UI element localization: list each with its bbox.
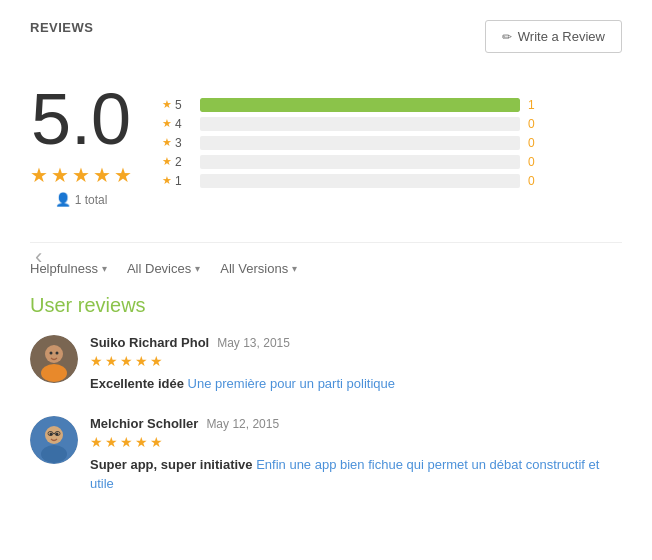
review-content: Melchior Scholler May 12, 2015 ★★★★★Supe… — [90, 416, 622, 494]
avatar — [30, 335, 78, 383]
write-review-button[interactable]: ✏ Write a Review — [485, 20, 622, 53]
review-star-5: ★ — [150, 434, 163, 450]
bar-label-1: ★1 — [162, 174, 192, 188]
chevron-helpfulness: ▾ — [102, 263, 107, 274]
big-score: 5.0 — [30, 83, 132, 155]
reviews-header: REVIEWS ✏ Write a Review — [30, 20, 622, 53]
back-arrow[interactable]: ‹ — [35, 244, 42, 270]
review-star-5: ★ — [150, 353, 163, 369]
filter-all-devices[interactable]: All Devices ▾ — [127, 258, 200, 279]
review-stars: ★★★★★ — [90, 353, 622, 369]
big-stars: ★ ★ ★ ★ ★ — [30, 163, 132, 187]
review-star-3: ★ — [120, 434, 133, 450]
review-item: Melchior Scholler May 12, 2015 ★★★★★Supe… — [30, 416, 622, 494]
user-reviews-title: User reviews — [30, 294, 622, 317]
bar-label-5: ★5 — [162, 98, 192, 112]
star-icon-2: ★ — [162, 155, 172, 168]
review-star-3: ★ — [120, 353, 133, 369]
svg-point-2 — [41, 364, 67, 382]
star-icon-1: ★ — [162, 174, 172, 187]
review-text: Excellente idée Une première pour un par… — [90, 374, 622, 394]
reviewer-name: Suiko Richard Phol — [90, 335, 209, 350]
bar-row-3: ★30 — [162, 136, 622, 150]
bar-row-5: ★51 — [162, 98, 622, 112]
bar-label-4: ★4 — [162, 117, 192, 131]
bar-track-5 — [200, 98, 520, 112]
bar-track-4 — [200, 117, 520, 131]
divider — [30, 242, 622, 243]
review-star-1: ★ — [90, 353, 103, 369]
review-star-2: ★ — [105, 353, 118, 369]
rating-bars: ★51★40★30★20★10 — [162, 98, 622, 193]
reviews-title: REVIEWS — [30, 20, 93, 35]
review-date: May 13, 2015 — [217, 336, 290, 350]
review-text: Super app, super initiative Enfin une ap… — [90, 455, 622, 494]
star-5: ★ — [114, 163, 132, 187]
total-count: 👤 1 total — [30, 192, 132, 207]
svg-point-6 — [45, 426, 63, 444]
bar-row-4: ★40 — [162, 117, 622, 131]
star-3: ★ — [72, 163, 90, 187]
review-star-2: ★ — [105, 434, 118, 450]
bar-label-3: ★3 — [162, 136, 192, 150]
review-meta: Suiko Richard Phol May 13, 2015 — [90, 335, 622, 350]
review-stars: ★★★★★ — [90, 434, 622, 450]
review-body: Une première pour un parti politique — [184, 376, 395, 391]
bar-track-1 — [200, 174, 520, 188]
review-content: Suiko Richard Phol May 13, 2015 ★★★★★Exc… — [90, 335, 622, 394]
bar-track-3 — [200, 136, 520, 150]
rating-summary: 5.0 ★ ★ ★ ★ ★ 👤 1 total ★51★40★30★20★10 — [30, 73, 622, 217]
svg-point-1 — [45, 345, 63, 363]
star-icon-3: ★ — [162, 136, 172, 149]
chevron-devices: ▾ — [195, 263, 200, 274]
review-date: May 12, 2015 — [206, 417, 279, 431]
svg-point-4 — [56, 352, 59, 355]
star-icon-5: ★ — [162, 98, 172, 111]
chevron-versions: ▾ — [292, 263, 297, 274]
pencil-icon: ✏ — [502, 30, 512, 44]
review-item: Suiko Richard Phol May 13, 2015 ★★★★★Exc… — [30, 335, 622, 394]
svg-point-7 — [41, 445, 67, 463]
bar-count-1: 0 — [528, 174, 548, 188]
bar-track-2 — [200, 155, 520, 169]
reviews-list: Suiko Richard Phol May 13, 2015 ★★★★★Exc… — [30, 335, 622, 494]
review-meta: Melchior Scholler May 12, 2015 — [90, 416, 622, 431]
person-icon: 👤 — [55, 192, 71, 207]
filter-all-versions[interactable]: All Versions ▾ — [220, 258, 297, 279]
score-block: 5.0 ★ ★ ★ ★ ★ 👤 1 total — [30, 83, 132, 207]
bar-fill-5 — [200, 98, 520, 112]
bar-label-2: ★2 — [162, 155, 192, 169]
bar-count-5: 1 — [528, 98, 548, 112]
star-2: ★ — [51, 163, 69, 187]
star-4: ★ — [93, 163, 111, 187]
review-star-1: ★ — [90, 434, 103, 450]
bar-count-3: 0 — [528, 136, 548, 150]
bar-count-4: 0 — [528, 117, 548, 131]
review-bold: Excellente idée — [90, 376, 184, 391]
bar-row-2: ★20 — [162, 155, 622, 169]
star-icon-4: ★ — [162, 117, 172, 130]
bar-count-2: 0 — [528, 155, 548, 169]
svg-point-3 — [50, 352, 53, 355]
avatar — [30, 416, 78, 464]
bar-row-1: ★10 — [162, 174, 622, 188]
filters: Helpfulness ▾ All Devices ▾ All Versions… — [30, 258, 622, 279]
review-bold: Super app, super initiative — [90, 457, 253, 472]
reviewer-name: Melchior Scholler — [90, 416, 198, 431]
review-star-4: ★ — [135, 353, 148, 369]
review-star-4: ★ — [135, 434, 148, 450]
star-1: ★ — [30, 163, 48, 187]
